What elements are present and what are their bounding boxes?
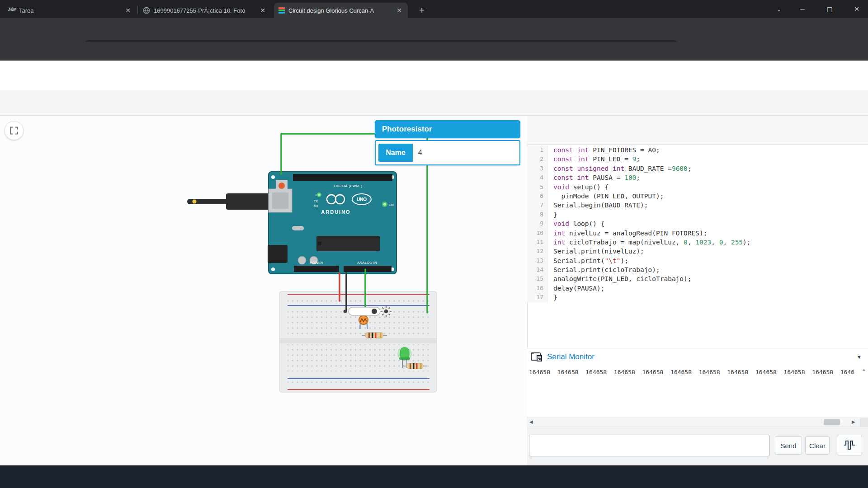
code-line: 2const int PIN_LED = 9; [527,155,868,164]
code-line: 11int cicloTrabajo = map(nivelLuz, 0, 10… [527,238,868,247]
power-pin-header[interactable] [294,266,339,272]
digital-pin-header[interactable] [293,174,392,181]
windows-taskbar: 20°C Mayorm. nublado Search [0,465,868,488]
code-line: 14Serial.print(cicloTrabajo); [527,265,868,274]
code-line: 9void loop() { [527,219,868,228]
tab-tarea[interactable]: 𝑀𝑒𝑡 Tarea ✕ [4,3,137,18]
code-line: 8} [527,210,868,219]
digital-label: DIGITAL (PWM~) [334,184,362,188]
close-button[interactable]: ✕ [846,0,867,18]
code-lines: 1const int PIN_FOTORES = A0;2const int P… [527,145,868,302]
serial-monitor-title: Serial Monitor [547,352,594,361]
tab-close-icon[interactable]: ✕ [259,6,267,14]
code-line: 1const int PIN_FOTORES = A0; [527,145,868,155]
scroll-up-icon[interactable]: ▲ [862,367,866,372]
tab-title: Circuit design Glorious Curcan-A [288,7,392,14]
photoresistor-popup: Photoresistor Name [375,120,520,165]
scrollbar-corner [860,418,868,427]
scrollbar-thumb[interactable] [824,419,840,425]
code-line: 10int nivelLuz = analogRead(PIN_FOTORES)… [527,229,868,238]
usb-plug [226,193,269,210]
browser-tab-strip: 𝑀𝑒𝑡 Tarea ✕ 1699901677255-PrĂ¡ctica 10. … [0,0,868,18]
zoom-to-fit-button[interactable] [5,121,24,140]
send-button[interactable]: Send [775,436,802,455]
bookmarks-bar: G hello bendy - Busca... Club LIA | Líde… [0,42,868,61]
code-line: 13Serial.print("\t"); [527,256,868,265]
uno-label: UNO [357,197,367,202]
popup-title[interactable]: Photoresistor [375,120,520,138]
editor-toolbar: ▼ ▼ Simulator time: 00:00:39 </ Code Sto… [0,90,868,116]
tab-separator [137,6,138,14]
code-line: 7Serial.begin(BAUD_RATE); [527,201,868,210]
graph-view-button[interactable] [837,435,862,455]
clear-button[interactable]: Clear [805,436,830,455]
tab-practica[interactable]: 1699901677255-PrĂ¡ctica 10. Foto ✕ [138,3,271,18]
code-line: 16delay(PAUSA); [527,284,868,293]
code-panel-header: 1 (Arduino Uno R3) ▼ [527,116,868,145]
rx-label: RX [314,204,318,207]
tinkercad-header: T I N K E R C A D Glorious Curcan-Amberi… [0,61,868,90]
scroll-right-icon[interactable]: ▶ [852,419,855,424]
atmega-chip [316,236,380,251]
meet-favicon: 𝑀𝑒𝑡 [8,7,15,14]
tx-label: TX [314,200,318,203]
code-line: 17} [527,293,868,302]
name-input[interactable] [413,144,517,162]
maximize-button[interactable]: ▢ [819,0,840,18]
usb-cable-marker [193,200,197,204]
tinkercad-favicon [278,7,285,14]
new-tab-button[interactable]: + [415,4,429,17]
code-line: 6 pinMode (PIN_LED, OUTPUT); [527,192,868,201]
analog-label: ANALOG IN [357,261,377,265]
code-line: 4const int PAUSA = 100; [527,173,868,182]
serial-output-row: 164658 164658 164658 164658 164658 16465… [529,369,854,375]
wire-green-photoresistor[interactable] [281,134,375,174]
slider-knob[interactable] [371,308,377,314]
arduino-label: ARDUINO [321,209,350,215]
serial-monitor-icon [531,352,542,362]
collapse-chevron-icon[interactable]: ▼ [857,354,862,360]
code-editor[interactable]: 1const int PIN_FOTORES = A0;2const int P… [527,145,868,347]
on-led-label: ON [389,203,394,206]
scroll-left-icon[interactable]: ◀ [529,419,533,424]
serial-input[interactable] [529,435,769,456]
tab-close-icon[interactable]: ✕ [395,6,403,14]
code-line: 3const unsigned int BAUD_RATE =9600; [527,164,868,173]
serial-monitor-header[interactable]: Serial Monitor ▼ [527,348,868,365]
browser-toolbar: tinkercad.com/things/gx7UMaY3Ze1-gloriou… [0,18,868,42]
breadboard[interactable] [279,291,437,392]
tab-title: Tarea [19,7,120,14]
serial-monitor-output[interactable]: 164658 164658 164658 164658 164658 16465… [527,365,868,417]
name-label: Name [378,144,413,162]
tab-close-icon[interactable]: ✕ [124,6,132,14]
arduino-uno-board[interactable]: DIGITAL (PWM~) L TX RX UNO ARDUINO ON PO… [190,172,396,274]
code-line: 5void setup() { [527,183,868,192]
analog-pin-header[interactable] [344,266,392,272]
code-line: 12Serial.print(nivelLuz); [527,247,868,256]
minimize-button[interactable]: ─ [792,0,813,18]
serial-horizontal-scrollbar[interactable]: ◀ ▶ [527,418,868,427]
code-line: 15analogWrite(PIN_LED, cicloTrabajo); [527,274,868,283]
tab-title: 1699901677255-PrĂ¡ctica 10. Foto [154,7,255,14]
power-label: POWER [310,261,323,265]
tab-circuit-design[interactable]: Circuit design Glorious Curcan-A ✕ [274,3,408,18]
circuit-canvas[interactable]: DIGITAL (PWM~) L TX RX UNO ARDUINO ON PO… [0,116,527,465]
tab-search-chevron-icon[interactable]: ⌄ [769,0,789,18]
globe-favicon [143,7,150,14]
power-jack [268,245,288,263]
